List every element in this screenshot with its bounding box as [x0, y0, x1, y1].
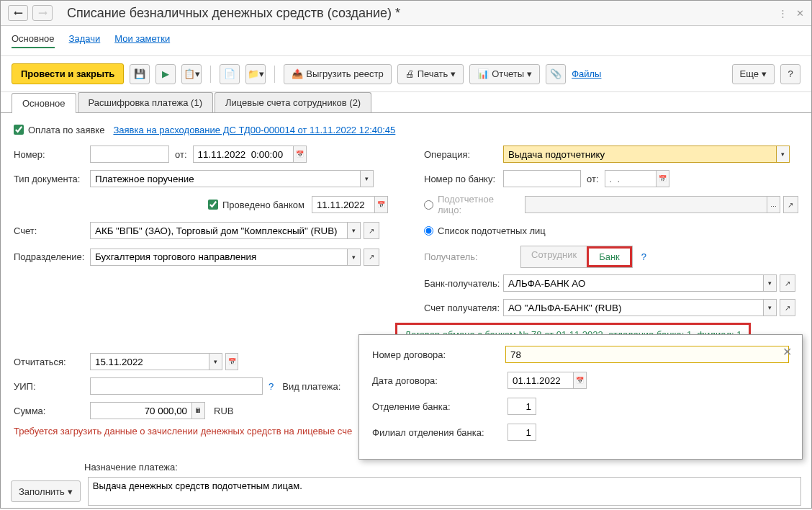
recipient-toggle: Сотрудник Банк [520, 246, 633, 268]
recipient-label: Получатель: [424, 251, 503, 262]
purpose-label: Назначение платежа: [84, 462, 178, 473]
sum-label: Сумма: [14, 406, 90, 416]
titlebar: 🠔 🠖 Списание безналичных денежных средст… [1, 1, 811, 26]
contract-popup: ✕ Номер договора: Дата договора: 📅 Отдел… [358, 334, 803, 460]
purpose-textarea[interactable] [88, 477, 801, 506]
account-select[interactable] [90, 222, 348, 239]
pay-by-request-checkbox[interactable] [14, 125, 24, 135]
help-button[interactable]: ? [780, 64, 800, 84]
back-button[interactable]: 🠔 [8, 5, 28, 21]
chevron-down-icon[interactable]: ▾ [348, 222, 361, 239]
bank-number-label: Номер по банку: [424, 174, 503, 184]
tab-decoding[interactable]: Расшифровка платежа (1) [78, 92, 213, 112]
doc-type-select[interactable] [90, 170, 361, 187]
payment-type-label: Вид платежа: [282, 381, 340, 392]
chevron-down-icon[interactable]: ▾ [764, 299, 777, 316]
reports-button[interactable]: 📊 Отчеты ▾ [469, 64, 540, 84]
calendar-icon[interactable]: 📅 [375, 196, 388, 213]
files-link[interactable]: Файлы [572, 68, 601, 79]
calendar-icon[interactable]: 📅 [225, 353, 238, 370]
save-icon[interactable]: 💾 [130, 64, 150, 84]
ellipsis-icon[interactable]: … [767, 196, 780, 213]
report-label: Отчитаться: [14, 357, 90, 367]
help-icon[interactable]: ? [641, 251, 646, 262]
processed-date-input[interactable] [312, 196, 375, 213]
menu-tasks[interactable]: Задачи [69, 33, 101, 48]
bank-from-label: от: [587, 174, 599, 184]
more-button[interactable]: Еще ▾ [732, 64, 775, 84]
close-icon[interactable]: ✕ [796, 8, 804, 19]
from-label: от: [175, 149, 187, 160]
document-icon[interactable]: 📄 [220, 64, 240, 84]
recipient-account-select[interactable] [503, 299, 764, 316]
folder-icon[interactable]: 📁▾ [245, 64, 266, 84]
chevron-down-icon[interactable]: ▾ [209, 353, 222, 370]
recipient-bank-select[interactable] [503, 274, 764, 292]
processed-by-bank-label: Проведено банком [222, 200, 304, 210]
operation-label: Операция: [424, 149, 503, 160]
popup-contract-date-input[interactable] [508, 372, 574, 389]
report-date-input[interactable] [90, 353, 209, 370]
recipient-bank-button[interactable]: Банк [589, 249, 630, 265]
attach-icon[interactable]: 📎 [546, 64, 566, 84]
division-label: Подразделение: [14, 251, 90, 262]
calendar-icon[interactable]: 📅 [574, 372, 587, 389]
calculator-icon[interactable]: 🖩 [192, 402, 205, 419]
bank-date-input[interactable] [605, 170, 657, 187]
account-person-input [525, 196, 767, 213]
print-button[interactable]: 🖨 Печать ▾ [397, 64, 464, 84]
bank-number-input[interactable] [503, 170, 581, 187]
chevron-down-icon[interactable]: ▾ [764, 274, 777, 292]
popup-subbranch-label: Филиал отделения банка: [372, 427, 508, 438]
pay-by-request-label: Оплата по заявке [28, 125, 104, 135]
popup-subbranch-input[interactable] [508, 424, 536, 441]
open-icon[interactable]: ↗ [780, 299, 795, 316]
recipient-employee-button[interactable]: Сотрудник [521, 246, 587, 267]
help-icon[interactable]: ? [269, 381, 274, 392]
calendar-icon[interactable]: 📅 [657, 170, 669, 187]
request-link[interactable]: Заявка на расходование ДС ТД00-000014 от… [113, 125, 395, 135]
recipient-bank-label-field: Банк-получатель: [424, 278, 503, 289]
bottom-bar: Заполнить ▾ [11, 477, 801, 506]
kebab-icon[interactable]: ⋮ [778, 8, 788, 19]
fill-button[interactable]: Заполнить ▾ [11, 480, 81, 502]
window-title: Списание безналичных денежных средств (с… [67, 6, 778, 21]
popup-contract-number-label: Номер договора: [372, 349, 505, 360]
open-icon[interactable]: ↗ [783, 196, 798, 213]
tab-accounts[interactable]: Лицевые счета сотрудников (2) [215, 92, 371, 112]
currency-label: RUB [214, 406, 233, 416]
chevron-down-icon[interactable]: ▾ [348, 249, 361, 266]
tab-main[interactable]: Основное [12, 93, 76, 113]
uip-label: УИП: [14, 381, 90, 392]
menu-main[interactable]: Основное [12, 33, 55, 48]
operation-select[interactable] [503, 146, 777, 163]
open-icon[interactable]: ↗ [780, 274, 795, 292]
open-icon[interactable]: ↗ [364, 249, 379, 266]
post-icon[interactable]: ▶ [155, 64, 176, 84]
chevron-down-icon[interactable]: ▾ [777, 146, 790, 163]
processed-by-bank-checkbox[interactable] [208, 200, 218, 210]
chevron-down-icon[interactable]: ▾ [361, 170, 374, 187]
post-and-close-button[interactable]: Провести и закрыть [12, 63, 124, 84]
number-input[interactable] [90, 146, 169, 163]
list-persons-radio[interactable] [424, 226, 433, 236]
toolbar: Провести и закрыть 💾 ▶ 📋▾ 📄 📁▾ 📤 Выгрузи… [1, 56, 811, 92]
date-input[interactable] [193, 146, 294, 163]
popup-branch-input[interactable] [508, 398, 536, 415]
account-person-radio[interactable] [424, 200, 433, 210]
menubar: Основное Задачи Мои заметки [1, 26, 811, 56]
popup-branch-label: Отделение банка: [372, 401, 508, 412]
list-persons-label: Список подотчетных лиц [438, 225, 546, 236]
close-icon[interactable]: ✕ [782, 345, 792, 359]
open-icon[interactable]: ↗ [364, 222, 379, 239]
copy-icon[interactable]: 📋▾ [181, 64, 202, 84]
uip-input[interactable] [90, 377, 263, 395]
sum-input[interactable] [90, 402, 192, 419]
menu-notes[interactable]: Мои заметки [114, 33, 170, 48]
tabs: Основное Расшифровка платежа (1) Лицевые… [1, 92, 811, 113]
division-select[interactable] [90, 249, 348, 266]
export-registry-button[interactable]: 📤 Выгрузить реестр [284, 64, 391, 84]
calendar-icon[interactable]: 📅 [294, 146, 307, 163]
forward-button[interactable]: 🠖 [32, 5, 53, 21]
popup-contract-number-input[interactable] [505, 346, 789, 363]
